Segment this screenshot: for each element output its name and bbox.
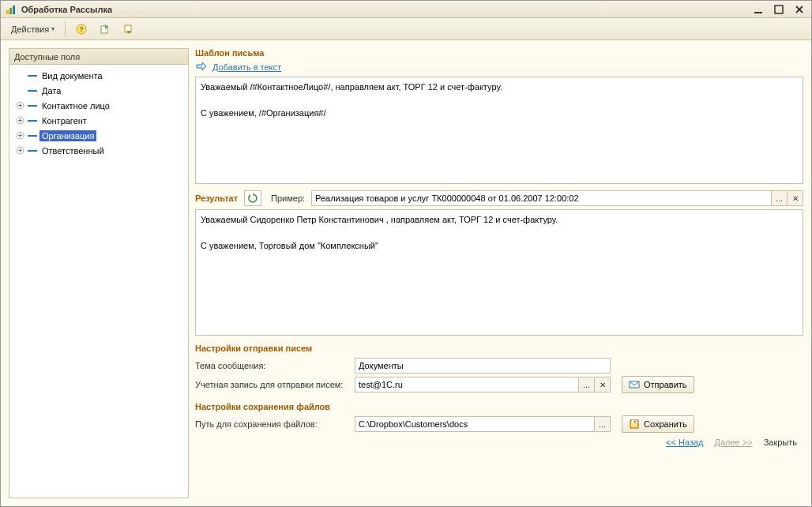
result-header-row: Результат Пример: … ✕ — [195, 190, 803, 206]
wizard-footer: << Назад Далее >> Закрыть — [195, 434, 803, 451]
example-label: Пример: — [271, 193, 305, 203]
svg-rect-11 — [28, 75, 37, 77]
tree-expander[interactable] — [14, 115, 25, 126]
svg-rect-24 — [28, 135, 37, 137]
tree-item-label: Контрагент — [39, 115, 89, 126]
account-row: Учетная запись для отправки писем: … ✕ О… — [195, 375, 803, 394]
app-window: Обработка Рассылка Действия ▾ ? — [0, 0, 812, 507]
example-input[interactable] — [312, 193, 771, 203]
tree-item-label: Ответственный — [39, 145, 107, 156]
tree-item-label: Дата — [39, 85, 63, 96]
svg-rect-32 — [634, 421, 636, 423]
send-button-label: Отправить — [644, 380, 687, 389]
template-section-title: Шаблон письма — [195, 48, 803, 58]
path-input[interactable] — [355, 419, 594, 429]
tree-item-counterparty[interactable]: Контрагент — [9, 113, 188, 128]
refresh-button[interactable] — [244, 190, 261, 206]
close-link[interactable]: Закрыть — [764, 438, 797, 447]
field-icon — [27, 133, 38, 138]
back-link[interactable]: << Назад — [666, 438, 703, 447]
result-section-title: Результат — [195, 193, 238, 203]
svg-rect-4 — [775, 6, 783, 13]
help-button[interactable]: ? — [70, 21, 92, 38]
doc-down-icon — [123, 24, 134, 35]
template-textarea[interactable]: Уважаемый /#КонтактноеЛицо#/, направляем… — [195, 77, 803, 184]
example-select-button[interactable]: … — [771, 191, 787, 205]
svg-rect-20 — [28, 120, 37, 122]
account-input-wrap: … ✕ — [355, 377, 611, 392]
next-link: Далее >> — [715, 438, 753, 447]
svg-rect-1 — [9, 8, 12, 14]
path-select-button[interactable]: … — [594, 417, 610, 431]
tree-item-organization[interactable]: Организация — [9, 128, 188, 143]
svg-rect-28 — [28, 150, 37, 152]
tree-item-label: Контактное лицо — [39, 100, 112, 111]
app-icon — [6, 4, 17, 15]
path-row: Путь для сохранения файлов: … Сохранить — [195, 415, 803, 434]
tree-item-date[interactable]: ⊕ Дата — [9, 83, 188, 98]
titlebar: Обработка Рассылка — [1, 1, 811, 18]
doc-arrow-icon — [100, 24, 111, 35]
toolbar: Действия ▾ ? — [1, 18, 811, 40]
tree-item-label: Организация — [39, 130, 96, 141]
svg-rect-16 — [28, 105, 37, 107]
subject-input[interactable] — [355, 358, 611, 374]
close-button[interactable] — [792, 4, 806, 15]
save-button-label: Сохранить — [644, 419, 687, 429]
add-to-text-row: Добавить в текст — [195, 61, 803, 73]
field-icon — [27, 148, 38, 153]
toolbar-icon-1[interactable] — [94, 21, 116, 38]
fields-tree[interactable]: ⊕ Вид документа ⊕ Дата — [9, 65, 188, 498]
send-icon — [629, 379, 640, 390]
account-select-button[interactable]: … — [578, 377, 594, 392]
maximize-button[interactable] — [772, 4, 786, 15]
send-button[interactable]: Отправить — [622, 376, 694, 393]
svg-text:?: ? — [79, 25, 84, 33]
fields-panel: Доступные поля ⊕ Вид документа ⊕ Дата — [9, 48, 189, 498]
svg-rect-2 — [13, 6, 15, 14]
result-textarea[interactable]: Уважаемый Сидоренко Петр Константинович … — [195, 209, 803, 336]
fields-panel-header: Доступные поля — [9, 49, 188, 65]
toolbar-icon-2[interactable] — [118, 21, 140, 38]
subject-label: Тема сообщения: — [195, 361, 350, 370]
help-icon: ? — [76, 24, 87, 35]
add-to-text-link[interactable]: Добавить в текст — [212, 62, 281, 72]
field-icon — [27, 118, 38, 123]
save-button[interactable]: Сохранить — [622, 415, 694, 433]
send-settings-title: Настройки отправки писем — [195, 344, 803, 353]
arrow-right-icon — [195, 61, 208, 73]
tree-item-contact[interactable]: Контактное лицо — [9, 98, 188, 113]
field-icon — [27, 103, 38, 108]
send-settings-block: Настройки отправки писем Тема сообщения:… — [195, 344, 803, 394]
account-clear-button[interactable]: ✕ — [594, 377, 610, 392]
tree-expander[interactable] — [14, 145, 25, 156]
save-icon — [629, 419, 640, 430]
tree-item-label: Вид документа — [39, 70, 105, 81]
actions-menu-label: Действия — [11, 24, 49, 34]
svg-rect-0 — [6, 10, 9, 14]
refresh-icon — [247, 193, 258, 204]
save-settings-title: Настройки сохранения файлов — [195, 402, 803, 411]
tree-item-doc-type[interactable]: ⊕ Вид документа — [9, 68, 188, 83]
example-clear-button[interactable]: ✕ — [787, 191, 803, 205]
account-input[interactable] — [355, 380, 578, 389]
path-label: Путь для сохранения файлов: — [195, 419, 350, 429]
tree-expander[interactable] — [14, 100, 25, 111]
svg-rect-12 — [28, 90, 37, 92]
window-title: Обработка Рассылка — [21, 5, 751, 14]
right-column: Шаблон письма Добавить в текст Уважаемый… — [195, 48, 803, 498]
tree-expander[interactable] — [14, 130, 25, 141]
content-area: Доступные поля ⊕ Вид документа ⊕ Дата — [1, 40, 811, 506]
save-settings-block: Настройки сохранения файлов Путь для сох… — [195, 402, 803, 434]
tree-item-responsible[interactable]: Ответственный — [9, 143, 188, 158]
caret-down-icon: ▾ — [51, 25, 55, 32]
actions-menu-button[interactable]: Действия ▾ — [6, 21, 60, 38]
svg-rect-3 — [754, 12, 762, 13]
subject-row: Тема сообщения: — [195, 356, 803, 375]
example-input-wrap: … ✕ — [311, 190, 803, 206]
field-icon — [27, 88, 38, 93]
path-input-wrap: … — [355, 416, 611, 432]
account-label: Учетная запись для отправки писем: — [195, 380, 350, 389]
minimize-button[interactable] — [751, 4, 765, 15]
toolbar-divider — [65, 21, 66, 37]
